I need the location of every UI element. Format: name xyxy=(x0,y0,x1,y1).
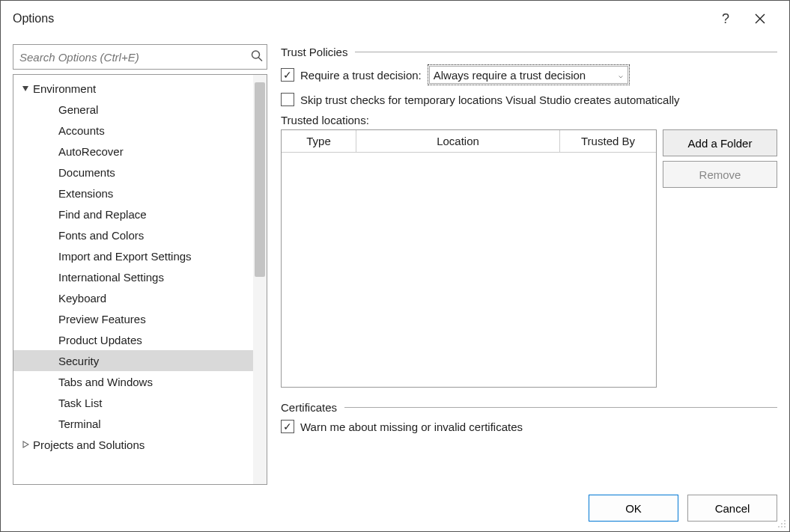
tree-scrollbar[interactable] xyxy=(253,75,267,484)
tree-parent-label: Environment xyxy=(33,82,96,95)
tree-item-label: International Settings xyxy=(58,271,164,284)
navigation-pane: Environment GeneralAccountsAutoRecoverDo… xyxy=(13,44,267,485)
tree-item-label: Documents xyxy=(58,166,115,179)
tree-item-label: Find and Replace xyxy=(58,208,147,221)
warn-certificates-label: Warn me about missing or invalid certifi… xyxy=(300,421,523,433)
tree-item-label: Extensions xyxy=(58,187,113,200)
require-trust-label: Require a trust decision: xyxy=(300,69,422,82)
help-icon: ? xyxy=(722,11,729,27)
tree-item-label: Preview Features xyxy=(58,313,146,325)
expander-icon xyxy=(19,82,31,94)
tree-item-general[interactable]: General xyxy=(13,99,253,120)
svg-point-1 xyxy=(784,520,786,522)
expander-icon xyxy=(19,438,31,450)
column-header-trusted-by[interactable]: Trusted By xyxy=(560,130,656,152)
warn-certificates-checkbox[interactable] xyxy=(281,420,294,433)
tree-parent-projects[interactable]: Projects and Solutions xyxy=(13,434,253,455)
tree-item-label: Security xyxy=(58,355,99,367)
group-trust-policies: Trust Policies xyxy=(281,46,777,58)
svg-point-4 xyxy=(778,526,780,528)
svg-point-6 xyxy=(784,526,786,528)
help-button[interactable]: ? xyxy=(708,1,743,36)
tree-parent-label: Projects and Solutions xyxy=(33,438,145,451)
tree-item-label: Product Updates xyxy=(58,334,142,346)
tree-item-label: General xyxy=(58,103,98,116)
tree-scroll-thumb[interactable] xyxy=(255,82,265,277)
tree-item-product-updates[interactable]: Product Updates xyxy=(13,329,253,350)
tree-item-task-list[interactable]: Task List xyxy=(13,392,253,413)
group-label: Certificates xyxy=(281,401,337,414)
skip-trust-checkbox[interactable] xyxy=(281,93,294,106)
options-dialog: Options ? Environm xyxy=(0,0,790,532)
tree-item-accounts[interactable]: Accounts xyxy=(13,120,253,141)
dialog-footer: OK Cancel xyxy=(1,485,789,531)
group-divider xyxy=(355,52,777,52)
trust-decision-dropdown[interactable]: Always require a trust decision ⌵ xyxy=(428,64,630,85)
tree-item-terminal[interactable]: Terminal xyxy=(13,413,253,434)
tree-item-label: Task List xyxy=(58,397,102,409)
settings-pane: Trust Policies Require a trust decision:… xyxy=(281,44,777,485)
add-folder-button[interactable]: Add a Folder xyxy=(663,129,777,156)
tree-item-label: Import and Export Settings xyxy=(58,250,192,263)
tree-parent-environment[interactable]: Environment xyxy=(13,78,253,99)
tree-item-documents[interactable]: Documents xyxy=(13,162,253,183)
close-icon xyxy=(755,13,765,24)
require-trust-checkbox[interactable] xyxy=(281,68,294,82)
svg-point-2 xyxy=(781,523,783,525)
tree-item-label: Terminal xyxy=(58,418,101,430)
search-input[interactable] xyxy=(13,44,267,70)
tree-item-label: Keyboard xyxy=(58,292,106,305)
tree-item-label: Accounts xyxy=(58,124,105,137)
window-title: Options xyxy=(13,12,54,25)
tree-item-keyboard[interactable]: Keyboard xyxy=(13,287,253,308)
tree-item-extensions[interactable]: Extensions xyxy=(13,183,253,204)
svg-point-3 xyxy=(784,523,786,525)
resize-grip-icon[interactable] xyxy=(776,518,786,528)
dropdown-value: Always require a trust decision xyxy=(434,69,586,82)
tree-item-tabs-and-windows[interactable]: Tabs and Windows xyxy=(13,371,253,392)
close-button[interactable] xyxy=(743,1,777,36)
tree-item-preview-features[interactable]: Preview Features xyxy=(13,308,253,329)
column-header-type[interactable]: Type xyxy=(282,130,356,152)
tree-item-autorecover[interactable]: AutoRecover xyxy=(13,141,253,162)
tree-item-find-and-replace[interactable]: Find and Replace xyxy=(13,204,253,224)
column-header-location[interactable]: Location xyxy=(356,130,560,152)
titlebar: Options ? xyxy=(1,1,789,37)
svg-point-5 xyxy=(781,526,783,528)
tree-item-international-settings[interactable]: International Settings xyxy=(13,266,253,287)
chevron-down-icon: ⌵ xyxy=(619,71,623,79)
options-tree[interactable]: Environment GeneralAccountsAutoRecoverDo… xyxy=(13,74,267,485)
group-label: Trust Policies xyxy=(281,46,347,58)
skip-trust-label: Skip trust checks for temporary location… xyxy=(300,94,680,106)
ok-button[interactable]: OK xyxy=(589,495,678,522)
group-divider xyxy=(344,407,777,408)
tree-item-label: AutoRecover xyxy=(58,145,124,158)
tree-item-label: Fonts and Colors xyxy=(58,229,144,242)
remove-button[interactable]: Remove xyxy=(663,161,777,188)
trusted-locations-label: Trusted locations: xyxy=(281,114,777,126)
group-certificates: Certificates xyxy=(281,401,777,414)
tree-item-import-and-export-settings[interactable]: Import and Export Settings xyxy=(13,245,253,266)
tree-item-security[interactable]: Security xyxy=(13,350,253,371)
tree-item-fonts-and-colors[interactable]: Fonts and Colors xyxy=(13,224,253,245)
tree-item-label: Tabs and Windows xyxy=(58,376,153,388)
trusted-locations-table[interactable]: Type Location Trusted By xyxy=(281,129,657,388)
cancel-button[interactable]: Cancel xyxy=(687,495,777,522)
